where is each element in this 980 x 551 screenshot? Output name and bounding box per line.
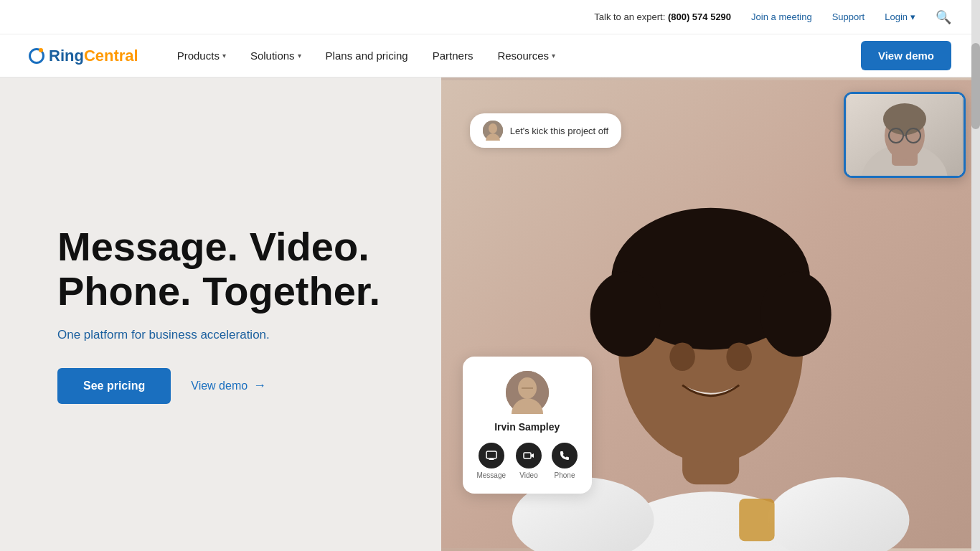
phone-number[interactable]: (800) 574 5290 [668,11,731,22]
phone-action-btn[interactable] [552,443,578,468]
svg-rect-12 [739,499,774,541]
hero-subtext-link: business acceleration [149,328,266,342]
svg-point-9 [726,343,752,372]
hero-heading: Message. Video.Phone. Together. [57,225,481,313]
nav-partners[interactable]: Partners [423,45,484,66]
video-call-overlay [844,92,966,178]
hero-subtext: One platform for business acceleration. [57,328,481,342]
arrow-icon: → [253,378,266,393]
resources-chevron-icon: ▾ [552,52,555,60]
ring-dot [39,48,43,52]
nav-resources[interactable]: Resources ▾ [487,45,565,66]
view-demo-link[interactable]: View demo → [191,378,266,393]
svg-point-18 [883,103,926,135]
contact-action-phone: Phone [552,443,578,479]
view-demo-button[interactable]: View demo [861,41,951,70]
logo-icon [29,48,44,64]
hero-left: Message. Video.Phone. Together. One plat… [0,77,539,551]
nav-products[interactable]: Products ▾ [167,45,236,66]
scrollbar-thumb[interactable] [971,43,980,129]
support-link[interactable]: Support [832,11,865,22]
video-call-inner [846,94,963,176]
logo-ring: Ring [49,47,84,65]
join-meeting-link[interactable]: Join a meeting [751,11,812,22]
scrollbar[interactable] [971,0,980,551]
solutions-chevron-icon: ▾ [298,52,301,60]
hero-buttons: See pricing View demo → [57,368,481,404]
nav-solutions[interactable]: Solutions ▾ [240,45,311,66]
logo[interactable]: RingCentral [29,47,138,65]
login-link[interactable]: Login [885,11,908,22]
hero-section: Message. Video.Phone. Together. One plat… [0,77,980,551]
video-person-small [847,94,962,176]
top-bar: Talk to an expert: (800) 574 5290 Join a… [0,0,980,34]
nav-bar: RingCentral Products ▾ Solutions ▾ Plans… [0,34,980,77]
search-icon[interactable]: 🔍 [936,9,951,25]
logo-central: Central [84,47,138,65]
ring-circle [29,48,44,64]
nav-items: Products ▾ Solutions ▾ Plans and pricing… [167,45,861,66]
see-pricing-button[interactable]: See pricing [57,368,171,404]
svg-point-7 [760,272,831,357]
svg-point-8 [669,343,695,372]
nav-plans-pricing[interactable]: Plans and pricing [316,45,418,66]
phone-action-label: Phone [555,471,575,479]
talk-to-expert-text: Talk to an expert: (800) 574 5290 [594,11,731,22]
products-chevron-icon: ▾ [222,52,226,60]
svg-point-6 [590,272,661,357]
login-chevron-icon: ▾ [910,11,915,22]
